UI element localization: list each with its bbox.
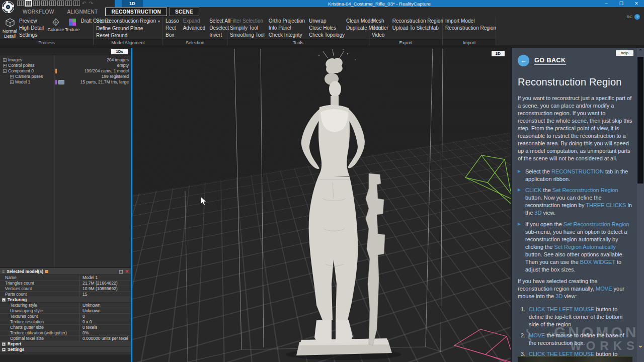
help-manual-intro: If you have selected creating the recons… (518, 278, 632, 300)
tree-row-component0[interactable]: - Component 0 199/204 cams, 1 model (3, 68, 131, 73)
titlebar-blue-zone: 1D Kristina-04_Costume_Rifle_03* - Reali… (115, 0, 644, 7)
close-button[interactable]: ✕ (629, 0, 644, 7)
expander-icon[interactable]: + (2, 342, 6, 346)
layout-icon[interactable] (49, 1, 56, 6)
expander-icon[interactable]: + (3, 64, 7, 67)
expand-button[interactable]: Expand (183, 18, 205, 25)
advanced-button[interactable]: Advanced (183, 25, 205, 32)
unwrap-button[interactable]: Unwrap (309, 18, 342, 25)
smoothing-tool-button[interactable]: Smoothing Tool (230, 32, 265, 39)
expander-icon[interactable]: - (2, 298, 6, 302)
video-button[interactable]: Video (372, 32, 388, 39)
layout-icon-active[interactable] (25, 1, 32, 6)
texture-icon (68, 18, 77, 27)
prop-row: Texturing styleUnknown (0, 303, 131, 308)
group-import: Import Model Reconstruction Region Impor… (443, 17, 496, 45)
upload-to-sketchfab-button[interactable]: Upload To Sketchfab (392, 25, 443, 32)
bullet-arrow-icon: ▶ (518, 221, 525, 274)
tree-row-model1[interactable]: + Model 1 15 parts, 21.7M tris, large (3, 79, 131, 84)
expander-icon[interactable]: - (3, 69, 7, 73)
import-model-button[interactable]: Import Model (445, 18, 496, 25)
bullet-arrow-icon: ▶ (518, 168, 525, 183)
tab-1ds[interactable]: 1Ds (111, 49, 128, 54)
scroll-down-icon[interactable]: ⌄ (637, 341, 644, 349)
go-back-button[interactable]: ← GO BACK (518, 55, 632, 66)
section-settings[interactable]: + Settings (0, 347, 131, 352)
layout-icon[interactable] (65, 1, 72, 6)
undo-icon[interactable]: ↶ (82, 1, 87, 6)
rect-button[interactable]: Rect (166, 25, 179, 32)
camera-frustum-green (465, 155, 511, 204)
expander-icon[interactable]: + (2, 348, 6, 351)
tree-row-camera-poses[interactable]: + Camera poses 199 registered (3, 74, 131, 79)
close-panel-icon[interactable]: ✕ (125, 269, 129, 274)
expander-icon[interactable]: + (3, 58, 7, 62)
help-badge-icon[interactable]: ? (634, 14, 640, 20)
group-caption-process: Process (0, 39, 93, 45)
check-integrity-button[interactable]: Check Integrity (269, 32, 305, 39)
reset-ground-button[interactable]: Reset Ground (96, 32, 160, 39)
layout-icon[interactable] (73, 1, 80, 6)
filter-selection-button[interactable]: Filter Selection (230, 18, 265, 25)
chevron-down-icon: ▾ (158, 19, 160, 24)
define-ground-plane-button[interactable]: Define Ground Plane (96, 25, 160, 32)
high-detail-button[interactable]: High Detail (19, 25, 44, 32)
view-tab-label: 1D (129, 1, 135, 6)
check-topology-button[interactable]: Check Topology (309, 32, 342, 39)
scrollbar-thumb[interactable] (637, 57, 643, 184)
viewport-3d[interactable]: 3D (132, 48, 511, 362)
expander-icon[interactable]: + (10, 75, 14, 78)
export-reconstruction-region-button[interactable]: Reconstruction Region (392, 18, 443, 25)
layout-icon[interactable] (33, 1, 40, 6)
tab-reconstruction[interactable]: RECONSTRUCTION (105, 8, 167, 16)
texture-button[interactable]: Texture (65, 18, 80, 39)
tab-help[interactable]: help (616, 50, 633, 56)
section-texturing[interactable]: - Texturing (0, 297, 131, 303)
prop-row: Parts count15 (0, 292, 131, 297)
scroll-up-icon[interactable]: ⌃ (637, 48, 644, 55)
section-report[interactable]: + Report (0, 341, 131, 347)
menu-icon[interactable]: ≡ (2, 269, 5, 274)
bullet-arrow-icon: ▶ (518, 187, 525, 217)
set-reconstruction-region-button[interactable]: Set Reconstruction Region▾ (96, 18, 160, 25)
prop-row: Texture utilization (with gutter)0% (0, 330, 131, 336)
layout-icon[interactable] (57, 1, 64, 6)
expander-icon[interactable]: + (10, 80, 14, 84)
view-tab-1d[interactable]: 1D (122, 0, 143, 7)
close-holes-button[interactable]: Close Holes (309, 25, 342, 32)
group-caption-selection: Selection (163, 39, 227, 45)
tab-alignment[interactable]: ALIGNMENT (61, 8, 103, 16)
help-scrollbar[interactable]: ⌃ ⌄ (637, 48, 644, 362)
layout-icon[interactable] (17, 1, 24, 6)
layout-icon[interactable] (41, 1, 48, 6)
info-panel-button[interactable]: Info Panel (269, 25, 305, 32)
group-caption-export: Export (369, 39, 442, 45)
prop-row: NameModel 1 (0, 275, 131, 281)
mesh-button[interactable]: Mesh (372, 18, 388, 25)
normal-detail-button[interactable]: Normal Detail (3, 18, 17, 39)
viewport-label-3d[interactable]: 3D (492, 51, 505, 56)
dock-panel-icon[interactable]: ◫ (119, 269, 123, 274)
preview-button[interactable]: Preview (19, 18, 44, 25)
realitycapture-logo-icon[interactable] (2, 1, 15, 14)
box-button[interactable]: Box (166, 32, 179, 39)
maximize-button[interactable]: ❐ (614, 0, 629, 7)
help-step: 2. MOVE the mouse to define the base of … (521, 332, 632, 347)
minimize-button[interactable]: – (599, 0, 614, 7)
tree-row-control-points[interactable]: + Control points empty (3, 63, 131, 68)
prop-row: Triangles count21.7M (21664622) (0, 281, 131, 286)
tab-scene[interactable]: SCENE (169, 8, 199, 16)
colorize-button[interactable]: Colorize (48, 18, 64, 39)
help-intro: If you want to reconstruct just a specif… (518, 95, 632, 162)
ribbon-tab-row: WORKFLOW ALIGNMENT RECONSTRUCTION SCENE (0, 7, 644, 17)
render-button[interactable]: Render (372, 25, 388, 32)
tree-row-images[interactable]: + Images 204 images (3, 57, 131, 62)
lasso-button[interactable]: Lasso (166, 18, 179, 25)
settings-button[interactable]: Settings (19, 32, 44, 39)
tab-workflow[interactable]: WORKFLOW (17, 8, 59, 16)
redo-icon[interactable]: ↷ (88, 1, 93, 6)
simplify-tool-button[interactable]: Simplify Tool (230, 25, 265, 32)
import-reconstruction-region-button[interactable]: Reconstruction Region (445, 25, 496, 32)
ortho-projection-button[interactable]: Ortho Projection (269, 18, 305, 25)
window-title: Kristina-04_Costume_Rifle_03* - RealityC… (115, 1, 644, 7)
